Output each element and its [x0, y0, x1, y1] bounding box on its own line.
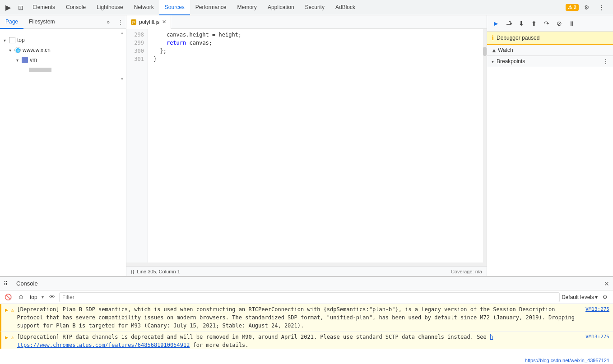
step-over-btn[interactable]	[503, 18, 514, 29]
bottom-url: https://blog.csdn.net/weixin_43957121	[521, 357, 613, 364]
status-line-col: Line 305, Column 1	[137, 269, 180, 274]
console-msg-warning-2: ▶ ⚠ [Deprecation] RTP data channels is d…	[0, 332, 613, 349]
step-btn[interactable]: ↷	[541, 18, 552, 29]
file-tree-content: ▲ ▾ top ▾ 🌐 www.wjx.cn ▾ vm	[0, 29, 126, 276]
code-area: 298 299 300 301 canvas.height = height; …	[126, 29, 487, 263]
code-editor-bottom-scroll[interactable]	[126, 263, 487, 266]
file-tree-options-btn[interactable]: ⋮	[115, 19, 126, 25]
deactivate-breakpoints-btn[interactable]: ⊘	[554, 18, 565, 29]
console-context-select[interactable]: top	[28, 293, 45, 301]
default-levels-arrow: ▾	[595, 294, 598, 300]
warning-icon-2: ▶	[5, 333, 8, 341]
tree-label-www: www.wjx.cn	[23, 47, 51, 53]
editor-status-bar: {} Line 305, Column 1 Coverage: n/a	[126, 266, 487, 276]
watch-section-header[interactable]: ▶ Watch	[487, 45, 613, 55]
breakpoints-more-btn[interactable]: ⋮	[603, 58, 608, 65]
device-icon[interactable]: ⊡	[14, 1, 27, 14]
console-messages[interactable]: ▶ ⚠ [Deprecation] Plan B SDP semantics, …	[0, 304, 613, 349]
console-drag-handle: ⠿	[4, 281, 13, 287]
deprecation-link[interactable]: h ttps://www.chromestatus.com/features/6…	[17, 334, 493, 348]
tab-console[interactable]: Console	[60, 0, 91, 15]
step-into-btn[interactable]: ⬇	[516, 18, 527, 29]
msg-text-2: [Deprecation] RTP data channels is depre…	[17, 333, 583, 349]
file-tree-tabs: Page Filesystem » ⋮	[0, 15, 126, 29]
tree-label-vm: vm	[30, 57, 37, 63]
tab-lighthouse[interactable]: Lighthouse	[91, 0, 129, 15]
tab-elements[interactable]: Elements	[27, 0, 60, 15]
tree-item-file[interactable]	[0, 65, 126, 75]
tree-item-www[interactable]: ▾ 🌐 www.wjx.cn	[0, 45, 126, 55]
more-options-icon[interactable]: ⋮	[595, 1, 608, 14]
console-panel: ⠿ Console ✕ 🚫 ⊙ top 👁 Default levels ▾ ⚙…	[0, 276, 613, 349]
breakpoints-label: Breakpoints	[497, 58, 525, 65]
watch-arrow-icon: ▶	[491, 48, 496, 52]
tab-sources[interactable]: Sources	[159, 0, 190, 15]
console-toolbar: 🚫 ⊙ top 👁 Default levels ▾ ⚙	[0, 290, 613, 304]
tab-close-btn[interactable]: ✕	[162, 19, 166, 25]
sources-layout: Page Filesystem » ⋮ ▲ ▾ top ▾ 🌐 www.wjx.…	[0, 15, 613, 276]
console-msg-warning-1: ▶ ⚠ [Deprecation] Plan B SDP semantics, …	[0, 304, 613, 332]
file-tree-panel: Page Filesystem » ⋮ ▲ ▾ top ▾ 🌐 www.wjx.…	[0, 15, 126, 276]
tab-network[interactable]: Network	[129, 0, 159, 15]
code-line-301: }	[153, 55, 478, 63]
code-editor: js polyfill.js ✕ 298 299 300 301 canvas.…	[126, 15, 487, 276]
breakpoints-arrow-icon: ▾	[492, 59, 494, 64]
default-levels-select[interactable]: Default levels ▾	[562, 294, 598, 300]
tab-application[interactable]: Application	[262, 0, 300, 15]
console-filter-input[interactable]	[59, 292, 560, 302]
tree-arrow-www: ▾	[9, 48, 14, 53]
console-close-btn[interactable]: ✕	[604, 280, 609, 287]
msg-text-1: [Deprecation] Plan B SDP semantics, whic…	[17, 305, 583, 330]
editor-tab-polyfill[interactable]: js polyfill.js ✕	[126, 15, 171, 29]
watch-section: ▶ Watch	[487, 45, 613, 56]
debugger-paused-banner: ℹ Debugger paused	[487, 32, 613, 45]
tree-label-top: top	[17, 37, 25, 43]
tree-item-top[interactable]: ▾ top	[0, 35, 126, 45]
globe-icon-www: 🌐	[14, 47, 21, 53]
console-context-select-wrap: top	[28, 293, 45, 301]
msg-source-1[interactable]: VM13:275	[585, 306, 609, 313]
warning-triangle-1: ⚠	[11, 306, 14, 314]
breakpoints-section: ▾ Breakpoints ⋮	[487, 56, 613, 67]
file-tree-more-btn[interactable]: »	[103, 19, 113, 25]
default-levels-label: Default levels	[562, 294, 594, 300]
editor-scrollbar[interactable]	[483, 29, 487, 263]
code-line-299: return canvas;	[153, 39, 478, 47]
file-tree-tab-page[interactable]: Page	[0, 15, 23, 29]
editor-scrollbar-thumb[interactable]	[483, 47, 487, 56]
console-eye-btn[interactable]: 👁	[46, 292, 57, 303]
editor-tabs: js polyfill.js ✕	[126, 15, 487, 29]
file-tree-tab-filesystem[interactable]: Filesystem	[23, 15, 60, 29]
warning-badge[interactable]: ⚠ 2	[566, 4, 579, 11]
code-line-300: };	[153, 47, 478, 55]
tab-memory[interactable]: Memory	[232, 0, 262, 15]
tab-security[interactable]: Security	[300, 0, 330, 15]
breakpoints-section-header[interactable]: ▾ Breakpoints ⋮	[487, 56, 613, 67]
tab-performance[interactable]: Performance	[190, 0, 232, 15]
console-header: ⠿ Console ✕	[0, 277, 613, 290]
line-numbers: 298 299 300 301	[126, 29, 148, 263]
tree-arrow-top: ▾	[4, 38, 9, 43]
step-out-btn[interactable]: ⬆	[529, 18, 539, 29]
code-line-298: canvas.height = height;	[153, 31, 478, 39]
coverage-status: Coverage: n/a	[451, 269, 482, 274]
console-filter-toggle[interactable]: ⊙	[15, 292, 26, 303]
warning-icon-1: ▶	[5, 306, 8, 314]
warning-triangle-2: ⚠	[11, 333, 14, 341]
editor-tab-label: polyfill.js	[139, 19, 159, 25]
paused-label: Debugger paused	[497, 35, 539, 41]
resume-btn[interactable]: ►	[491, 18, 502, 29]
folder-icon-top	[9, 37, 15, 43]
console-title: Console	[16, 280, 38, 287]
msg-source-2[interactable]: VM13:275	[585, 333, 609, 341]
inspect-icon[interactable]: ▶	[2, 1, 14, 14]
format-btn[interactable]: {}	[131, 269, 134, 274]
code-content[interactable]: canvas.height = height; return canvas; }…	[148, 29, 483, 263]
pause-on-exceptions-btn[interactable]: ⏸	[567, 18, 577, 29]
console-settings-btn[interactable]: ⚙	[599, 292, 610, 303]
console-clear-btn[interactable]: 🚫	[3, 292, 14, 303]
watch-label: Watch	[498, 47, 513, 53]
tree-item-vm[interactable]: ▾ vm	[0, 55, 126, 65]
tab-adblock[interactable]: AdBlock	[330, 0, 361, 15]
settings-icon[interactable]: ⚙	[580, 1, 593, 14]
